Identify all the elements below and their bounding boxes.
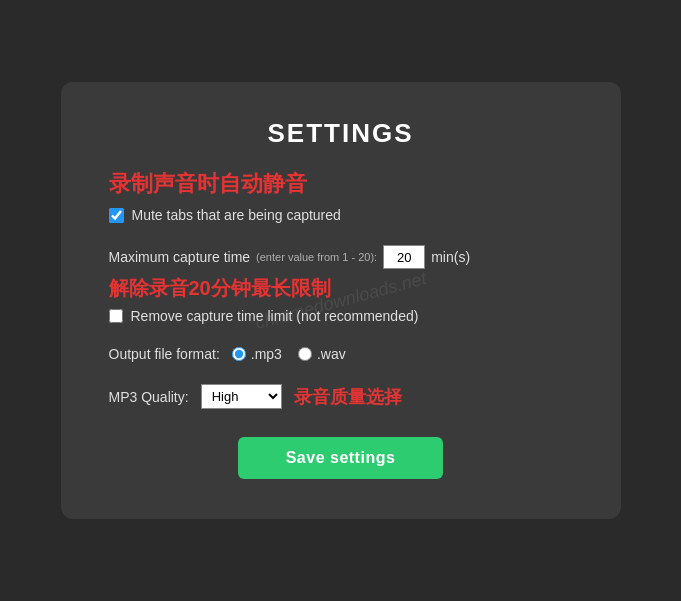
remove-limit-checkbox[interactable] xyxy=(109,309,123,323)
quality-chinese-label: 录音质量选择 xyxy=(294,385,402,409)
remove-limit-chinese-label: 解除录音20分钟最长限制 xyxy=(109,275,573,302)
save-button[interactable]: Save settings xyxy=(238,437,444,479)
remove-limit-label: Remove capture time limit (not recommend… xyxy=(131,308,419,324)
settings-card: chromedownloads.net SETTINGS 录制声音时自动静音 M… xyxy=(61,82,621,519)
remove-limit-row: Remove capture time limit (not recommend… xyxy=(109,308,573,324)
output-format-row: Output file format: .mp3 .wav xyxy=(109,346,573,362)
capture-time-row: Maximum capture time (enter value from 1… xyxy=(109,245,573,269)
capture-time-label: Maximum capture time xyxy=(109,249,251,265)
mute-chinese-label: 录制声音时自动静音 xyxy=(109,169,573,199)
quality-select[interactable]: High Medium Low xyxy=(201,384,282,409)
radio-group: .mp3 .wav xyxy=(232,346,346,362)
mp3-label: .mp3 xyxy=(251,346,282,362)
mute-checkbox[interactable] xyxy=(109,208,124,223)
mute-checkbox-label: Mute tabs that are being captured xyxy=(132,207,341,223)
capture-time-hint: (enter value from 1 - 20): xyxy=(256,251,377,263)
output-format-label: Output file format: xyxy=(109,346,220,362)
mp3-quality-label: MP3 Quality: xyxy=(109,389,189,405)
mute-checkbox-row: Mute tabs that are being captured xyxy=(109,207,573,223)
mp3-quality-row: MP3 Quality: High Medium Low 录音质量选择 xyxy=(109,384,573,409)
mp3-radio[interactable] xyxy=(232,347,246,361)
wav-option: .wav xyxy=(298,346,346,362)
page-title: SETTINGS xyxy=(109,118,573,149)
capture-time-input[interactable] xyxy=(383,245,425,269)
capture-time-unit: min(s) xyxy=(431,249,470,265)
wav-radio[interactable] xyxy=(298,347,312,361)
mp3-option: .mp3 xyxy=(232,346,282,362)
wav-label: .wav xyxy=(317,346,346,362)
